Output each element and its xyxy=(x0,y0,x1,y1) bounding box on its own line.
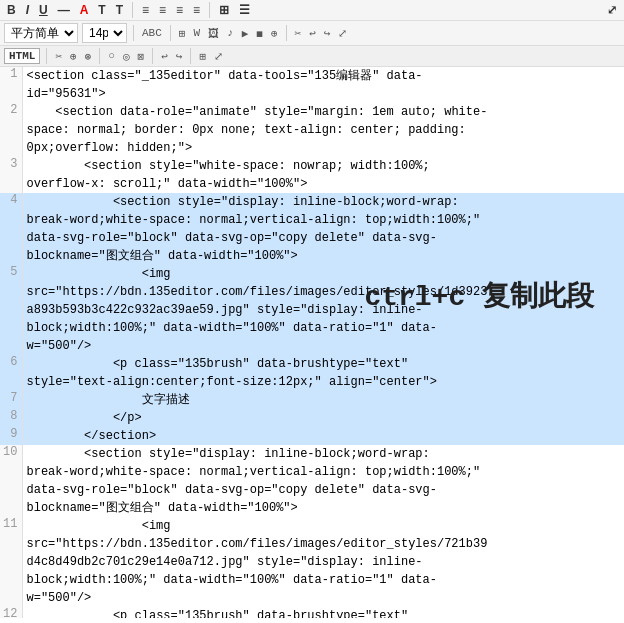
line-number: 10 xyxy=(0,445,22,463)
line-content: overflow-x: scroll;" data-width="100%"> xyxy=(22,175,624,193)
cut-icon[interactable]: ✂ xyxy=(293,26,304,41)
line-number xyxy=(0,499,22,517)
html-icon3[interactable]: ⊛ xyxy=(83,49,94,64)
font-family-select[interactable]: 平方简单 xyxy=(4,23,78,43)
html-icon4[interactable]: ○ xyxy=(106,49,117,63)
separator4 xyxy=(170,25,171,41)
line-content: id="95631"> xyxy=(22,85,624,103)
separator7 xyxy=(99,48,100,64)
line-number xyxy=(0,481,22,499)
line-content: w="500"/> xyxy=(22,589,624,607)
abc-icon[interactable]: ABC xyxy=(140,26,164,40)
line-content: <section style="display: inline-block;wo… xyxy=(22,193,624,211)
line-content: block;width:100%;" data-width="100%" dat… xyxy=(22,319,624,337)
html-icon7[interactable]: ↩ xyxy=(159,49,170,64)
special-icon[interactable]: ⊕ xyxy=(269,26,280,41)
line-number xyxy=(0,229,22,247)
underline-button[interactable]: U xyxy=(36,2,51,18)
separator5 xyxy=(286,25,287,41)
code-editor: 1<section class="_135editor" data-tools=… xyxy=(0,67,624,618)
line-number xyxy=(0,211,22,229)
italic-button[interactable]: I xyxy=(23,2,32,18)
html-bar: HTML ✂ ⊕ ⊛ ○ ◎ ⊠ ↩ ↪ ⊞ ⤢ xyxy=(0,46,624,67)
line-content: <img xyxy=(22,265,624,283)
line-number xyxy=(0,301,22,319)
line-content: <section style="white-space: nowrap; wid… xyxy=(22,157,624,175)
line-number: 5 xyxy=(0,265,22,283)
redo-icon[interactable]: ↪ xyxy=(322,26,333,41)
line-content: break-word;white-space: normal;vertical-… xyxy=(22,211,624,229)
separator2 xyxy=(209,2,210,18)
line-number: 6 xyxy=(0,355,22,373)
line-number xyxy=(0,85,22,103)
line-number xyxy=(0,283,22,301)
line-number xyxy=(0,553,22,571)
undo-icon[interactable]: ↩ xyxy=(307,26,318,41)
line-content: </section> xyxy=(22,427,624,445)
align-center-button[interactable]: ≡ xyxy=(156,2,169,18)
bold-button[interactable]: B xyxy=(4,2,19,18)
line-content: 文字描述 xyxy=(22,391,624,409)
line-number xyxy=(0,139,22,157)
html-expand[interactable]: ⤢ xyxy=(212,49,225,64)
line-number xyxy=(0,121,22,139)
align-left-button[interactable]: ≡ xyxy=(139,2,152,18)
line-content: blockname="图文组合" data-width="100%"> xyxy=(22,499,624,517)
separator9 xyxy=(190,48,191,64)
table-icon[interactable]: ⊞ xyxy=(177,26,188,41)
list-button[interactable]: ☰ xyxy=(236,2,253,18)
line-number xyxy=(0,247,22,265)
line-number xyxy=(0,571,22,589)
word-icon[interactable]: W xyxy=(191,26,202,40)
text-button2[interactable]: T xyxy=(113,2,126,18)
image-icon[interactable]: 🖼 xyxy=(206,26,221,41)
line-number: 12 xyxy=(0,607,22,618)
html-icon9[interactable]: ⊞ xyxy=(197,49,208,64)
line-content: <section style="display: inline-block;wo… xyxy=(22,445,624,463)
line-number xyxy=(0,373,22,391)
html-icon2[interactable]: ⊕ xyxy=(68,49,79,64)
audio-icon[interactable]: ♪ xyxy=(225,26,236,40)
align-justify-button[interactable]: ≡ xyxy=(190,2,203,18)
shape-icon[interactable]: ◼ xyxy=(254,26,265,41)
toolbar-row2: 平方简单 14px ABC ⊞ W 🖼 ♪ ▶ ◼ ⊕ ✂ ↩ ↪ ⤢ xyxy=(0,21,624,46)
line-number xyxy=(0,319,22,337)
line-number: 2 xyxy=(0,103,22,121)
separator1 xyxy=(132,2,133,18)
video-icon[interactable]: ▶ xyxy=(240,26,251,41)
separator6 xyxy=(46,48,47,64)
line-number: 1 xyxy=(0,67,22,85)
html-icon1[interactable]: ✂ xyxy=(53,49,64,64)
indent-button[interactable]: ⊞ xyxy=(216,2,232,18)
line-number: 11 xyxy=(0,517,22,535)
line-content: src="https://bdn.135editor.com/files/ima… xyxy=(22,283,624,301)
expand-icon[interactable]: ⤢ xyxy=(336,26,349,41)
align-right-button[interactable]: ≡ xyxy=(173,2,186,18)
html-label[interactable]: HTML xyxy=(4,48,40,64)
line-content: <img xyxy=(22,517,624,535)
line-content: break-word;white-space: normal;vertical-… xyxy=(22,463,624,481)
line-content: d4c8d49db2c701c29e14e0a712.jpg" style="d… xyxy=(22,553,624,571)
line-content: block;width:100%;" data-width="100%" dat… xyxy=(22,571,624,589)
line-content: data-svg-role="block" data-svg-op="copy … xyxy=(22,229,624,247)
html-icon6[interactable]: ⊠ xyxy=(136,49,147,64)
line-content: blockname="图文组合" data-width="100%"> xyxy=(22,247,624,265)
font-color-button[interactable]: A xyxy=(77,2,92,18)
line-content: <section data-role="animate" style="marg… xyxy=(22,103,624,121)
line-content: a893b593b3c422c932ac39ae59.jpg" style="d… xyxy=(22,301,624,319)
line-number: 7 xyxy=(0,391,22,409)
line-number: 4 xyxy=(0,193,22,211)
text-button1[interactable]: T xyxy=(95,2,108,18)
strikethrough-button[interactable]: — xyxy=(55,2,73,18)
fullscreen-button[interactable]: ⤢ xyxy=(604,2,620,18)
line-number xyxy=(0,175,22,193)
html-icon8[interactable]: ↪ xyxy=(174,49,185,64)
line-content: space: normal; border: 0px none; text-al… xyxy=(22,121,624,139)
line-content: <p class="135brush" data-brushtype="text… xyxy=(22,607,624,618)
line-content: src="https://bdn.135editor.com/files/ima… xyxy=(22,535,624,553)
line-number xyxy=(0,535,22,553)
html-icon5[interactable]: ◎ xyxy=(121,49,132,64)
font-size-select[interactable]: 14px xyxy=(82,23,127,43)
line-content: 0px;overflow: hidden;"> xyxy=(22,139,624,157)
line-content: </p> xyxy=(22,409,624,427)
